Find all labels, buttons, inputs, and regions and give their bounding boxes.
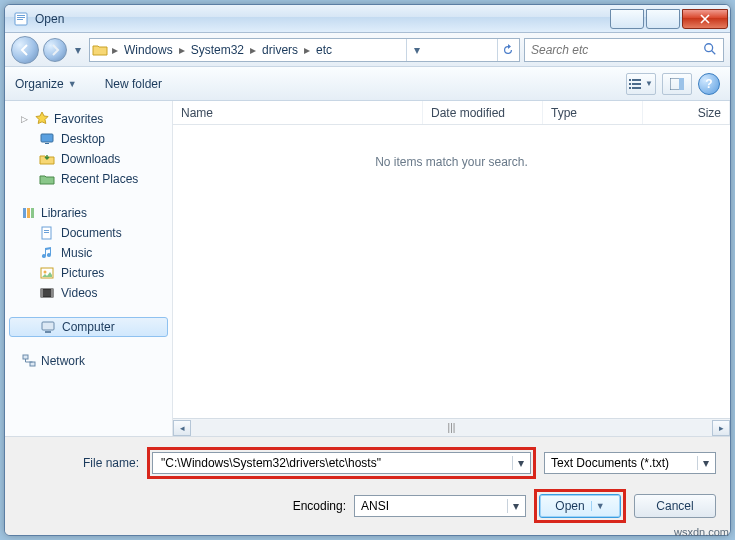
search-icon[interactable]	[703, 42, 719, 58]
chevron-down-icon[interactable]: ▾	[512, 456, 528, 470]
scroll-left-button[interactable]: ◂	[173, 420, 191, 436]
sidebar-item-music[interactable]: Music	[5, 243, 172, 263]
svg-rect-8	[632, 83, 641, 85]
sidebar-item-recent[interactable]: Recent Places	[5, 169, 172, 189]
scroll-track[interactable]: |||	[191, 420, 712, 436]
svg-rect-19	[44, 230, 49, 231]
toolbar: Organize ▼ New folder ▼ ?	[5, 67, 730, 101]
nav-bar: ▾ ▸ Windows ▸ System32 ▸ drivers ▸ etc ▾	[5, 33, 730, 67]
sidebar-item-network[interactable]: Network	[5, 351, 172, 371]
svg-rect-14	[45, 143, 49, 144]
filter-combo[interactable]: Text Documents (*.txt) ▾	[544, 452, 716, 474]
search-input[interactable]	[529, 42, 703, 58]
window-title: Open	[35, 12, 608, 26]
column-name[interactable]: Name	[173, 101, 423, 124]
refresh-icon	[502, 44, 514, 56]
network-icon	[21, 353, 37, 369]
svg-rect-26	[42, 322, 54, 330]
encoding-combo[interactable]: ANSI ▾	[354, 495, 526, 517]
chevron-down-icon: ▼	[645, 79, 653, 88]
chevron-down-icon: ▼	[68, 79, 77, 89]
sidebar-item-desktop[interactable]: Desktop	[5, 129, 172, 149]
file-list[interactable]: No items match your search.	[173, 125, 730, 418]
open-dialog: Open ▾ ▸ Windows ▸ System32 ▸ drivers	[4, 4, 731, 536]
svg-rect-15	[23, 208, 26, 218]
minimize-button[interactable]	[610, 9, 644, 29]
scroll-right-button[interactable]: ▸	[712, 420, 730, 436]
address-dropdown[interactable]: ▾	[406, 39, 428, 61]
filename-label: File name:	[19, 456, 139, 470]
chevron-right-icon[interactable]: ▸	[177, 43, 187, 57]
breadcrumb[interactable]: Windows	[120, 39, 177, 61]
pictures-icon	[39, 265, 55, 281]
cancel-button[interactable]: Cancel	[634, 494, 716, 518]
chevron-right-icon[interactable]: ▸	[248, 43, 258, 57]
svg-rect-10	[632, 87, 641, 89]
column-size[interactable]: Size	[643, 101, 730, 124]
close-button[interactable]	[682, 9, 728, 29]
search-box[interactable]	[524, 38, 724, 62]
sidebar-item-downloads[interactable]: Downloads	[5, 149, 172, 169]
titlebar[interactable]: Open	[5, 5, 730, 33]
chevron-down-icon[interactable]: ▾	[697, 456, 713, 470]
sidebar-item-videos[interactable]: Videos	[5, 283, 172, 303]
preview-pane-button[interactable]	[662, 73, 692, 95]
new-folder-button[interactable]: New folder	[105, 77, 162, 91]
videos-icon	[39, 285, 55, 301]
svg-point-22	[44, 271, 47, 274]
address-bar[interactable]: ▸ Windows ▸ System32 ▸ drivers ▸ etc ▾	[89, 38, 520, 62]
computer-icon	[40, 319, 56, 335]
svg-rect-29	[30, 362, 35, 366]
svg-rect-12	[679, 78, 684, 90]
close-icon	[700, 14, 710, 24]
svg-rect-28	[23, 355, 28, 359]
highlight-open: Open ▼	[534, 489, 626, 523]
svg-rect-13	[41, 134, 53, 142]
maximize-button[interactable]	[646, 9, 680, 29]
filename-combo[interactable]: ▾	[152, 452, 531, 474]
folder-icon	[92, 42, 108, 58]
refresh-button[interactable]	[497, 39, 519, 61]
forward-button[interactable]	[43, 38, 67, 62]
help-button[interactable]: ?	[698, 73, 720, 95]
view-icon	[629, 78, 643, 90]
chevron-down-icon[interactable]: ▼	[591, 501, 605, 511]
column-headers: Name Date modified Type Size	[173, 101, 730, 125]
sidebar-libraries[interactable]: Libraries	[5, 203, 172, 223]
chevron-right-icon[interactable]: ▸	[302, 43, 312, 57]
sidebar-favorites[interactable]: Favorites	[5, 109, 172, 129]
arrow-right-icon	[49, 44, 61, 56]
recent-icon	[39, 171, 55, 187]
back-button[interactable]	[11, 36, 39, 64]
footer: File name: ▾ Text Documents (*.txt) ▾ En…	[5, 436, 730, 535]
sidebar: Favorites Desktop Downloads Recent Place…	[5, 101, 173, 436]
music-icon	[39, 245, 55, 261]
organize-menu[interactable]: Organize ▼	[15, 77, 77, 91]
sidebar-item-computer[interactable]: Computer	[9, 317, 168, 337]
desktop-icon	[39, 131, 55, 147]
highlight-filename: ▾	[147, 447, 536, 479]
sidebar-item-pictures[interactable]: Pictures	[5, 263, 172, 283]
horizontal-scrollbar[interactable]: ◂ ||| ▸	[173, 418, 730, 436]
filter-value: Text Documents (*.txt)	[551, 456, 697, 470]
column-type[interactable]: Type	[543, 101, 643, 124]
svg-rect-9	[629, 87, 631, 89]
svg-rect-7	[629, 83, 631, 85]
history-dropdown[interactable]: ▾	[71, 43, 85, 57]
downloads-icon	[39, 151, 55, 167]
svg-rect-16	[27, 208, 30, 218]
chevron-right-icon[interactable]: ▸	[110, 43, 120, 57]
svg-rect-24	[41, 289, 43, 297]
filename-input[interactable]	[159, 455, 512, 471]
open-button[interactable]: Open ▼	[539, 494, 621, 518]
preview-icon	[670, 78, 684, 90]
breadcrumb[interactable]: etc	[312, 39, 336, 61]
column-date[interactable]: Date modified	[423, 101, 543, 124]
encoding-label: Encoding:	[293, 499, 346, 513]
svg-rect-25	[51, 289, 53, 297]
breadcrumb[interactable]: System32	[187, 39, 248, 61]
view-options-button[interactable]: ▼	[626, 73, 656, 95]
chevron-down-icon[interactable]: ▾	[507, 499, 523, 513]
breadcrumb[interactable]: drivers	[258, 39, 302, 61]
sidebar-item-documents[interactable]: Documents	[5, 223, 172, 243]
